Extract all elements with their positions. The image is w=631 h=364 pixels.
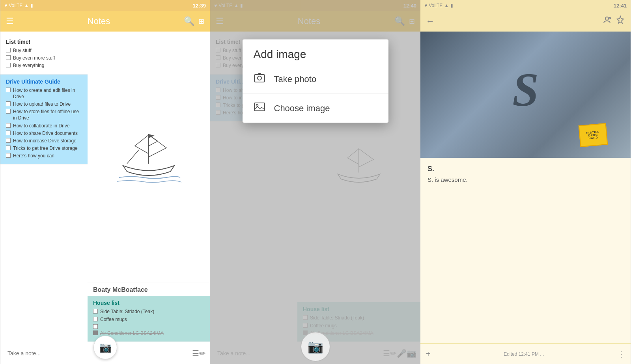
choose-image-option[interactable]: Choose image: [243, 94, 388, 123]
svg-line-1: [127, 150, 139, 164]
signal-icon-3: ▲: [444, 3, 449, 8]
screen2-overlay: Add image Take photo: [210, 0, 420, 364]
choose-image-label: Choose image: [274, 103, 330, 114]
drive-item-1: How to create and edit files in Drive: [6, 87, 82, 100]
wifi-icon-3: ♥: [424, 3, 427, 8]
signal-icon: ▲: [24, 3, 29, 8]
drive-item-4: How to collaborate in Drive: [6, 123, 82, 129]
drive-item-8: Here's how you can: [6, 153, 82, 159]
checklist-icon-1[interactable]: ☰: [192, 349, 199, 358]
boat-label: Boaty McBoatface: [88, 282, 210, 296]
checkbox-h2[interactable]: [93, 317, 98, 321]
drive-item-5: How to share Drive documents: [6, 130, 82, 136]
camera-icon-fab: 📷: [99, 342, 112, 354]
drive-item-7: Tricks to get free Drive storage: [6, 145, 82, 151]
drive-item-3: How to store files for offline use in Dr…: [6, 108, 82, 121]
pen-icon-1[interactable]: ✏: [199, 349, 206, 358]
house-list-title: House list: [93, 300, 204, 306]
status-time-1: 12:39: [193, 3, 206, 9]
photo-bg: S INSTILLDRUGHARD: [420, 32, 631, 158]
take-photo-label: Take photo: [274, 74, 317, 84]
drive-item-2: How to upload files to Drive: [6, 101, 82, 107]
svg-point-4: [258, 76, 261, 80]
house-list-note[interactable]: House list Side Table: Striado (Teak) Co…: [88, 296, 210, 342]
checkbox-d6[interactable]: [6, 138, 11, 143]
list-time-title: List time!: [6, 39, 82, 45]
app-bar-3: ← +: [420, 11, 631, 32]
list-item-1: Buy stuff: [6, 47, 82, 54]
status-bar-3: ♥ VoLTE ▲ ▮ 12:41: [420, 0, 631, 11]
more-icon-3[interactable]: ⋮: [617, 349, 625, 359]
notes-list-1: List time! Buy stuff Buy even more stuff…: [0, 32, 88, 342]
checkbox-d7[interactable]: [6, 146, 11, 150]
note-text-3[interactable]: S. is awesome.: [428, 176, 624, 183]
svg-rect-5: [254, 103, 265, 111]
list-item-2: Buy even more stuff: [6, 55, 82, 61]
volte-icon: VoLTE: [9, 3, 22, 8]
photo-area-3: S INSTILLDRUGHARD: [420, 32, 631, 158]
app-title-1: Notes: [18, 16, 180, 26]
pin-icon-3[interactable]: [616, 15, 625, 27]
phone-2: ♥ VoLTE ▲ ▮ 12:40 ☰ Notes 🔍 ⊞ List time!…: [210, 0, 420, 364]
camera-dialog-icon: [254, 72, 265, 86]
battery-icon-3: ▮: [450, 3, 453, 8]
house-item-2: Coffee mugs: [93, 316, 204, 323]
list-item-3: Buy everything: [6, 62, 82, 69]
checkbox-d4[interactable]: [6, 123, 11, 128]
drive-item-6: How to increase Drive storage: [6, 138, 82, 144]
take-photo-option[interactable]: Take photo: [243, 65, 388, 94]
photo-sticker: INSTILLDRUGHARD: [579, 123, 608, 147]
checkbox-1[interactable]: [6, 48, 11, 52]
drive-guide-note[interactable]: Drive Ultimate Guide How to create and e…: [0, 75, 88, 165]
battery-icon: ▮: [30, 3, 33, 8]
buy-everything-label: Buy everything: [13, 62, 44, 69]
svg-point-7: [605, 17, 609, 20]
phone-1: ♥ VoLTE ▲ ▮ 12:39 ☰ Notes 🔍 ⊞ List time!…: [0, 0, 210, 364]
note-title-3: S.: [428, 165, 624, 173]
checkbox-d8[interactable]: [6, 153, 11, 158]
drive-guide-title: Drive Ultimate Guide: [6, 78, 82, 85]
note-body-3: S. S. is awesome.: [420, 158, 631, 343]
collaborator-icon-3[interactable]: +: [602, 15, 612, 27]
timestamp-3: Edited 12:41 PM ...: [431, 351, 617, 357]
grid-icon-1[interactable]: ⊞: [198, 17, 204, 26]
checkbox-h3[interactable]: [93, 324, 98, 329]
camera-icon-2: 📷: [308, 339, 323, 354]
back-icon-3[interactable]: ←: [426, 16, 435, 26]
checkbox-d2[interactable]: [6, 101, 11, 106]
list-time-note[interactable]: List time! Buy stuff Buy even more stuff…: [0, 35, 88, 75]
svg-rect-3: [254, 75, 265, 82]
right-panel-1: Boaty McBoatface House list Side Table: …: [88, 32, 210, 342]
search-icon-1[interactable]: 🔍: [184, 16, 194, 26]
menu-icon-1[interactable]: ☰: [6, 16, 14, 26]
status-time-3: 12:41: [614, 3, 627, 9]
camera-fab-circle-2[interactable]: 📷: [301, 332, 330, 362]
checkbox-d3[interactable]: [6, 109, 11, 114]
checkbox-d5[interactable]: [6, 131, 11, 135]
status-bar-1: ♥ VoLTE ▲ ▮ 12:39: [0, 0, 210, 11]
checkbox-2[interactable]: [6, 55, 11, 60]
status-icons-1: ♥ VoLTE ▲ ▮: [4, 3, 33, 8]
checkbox-d1[interactable]: [6, 88, 11, 92]
house-item-3: [93, 324, 204, 329]
ship-image-area[interactable]: [88, 32, 210, 282]
app-bar-1: ☰ Notes 🔍 ⊞: [0, 11, 210, 32]
checkbox-h1[interactable]: [93, 309, 98, 314]
wifi-icon: ♥: [4, 3, 7, 8]
photo-letter: S: [512, 66, 539, 114]
phone-3: ♥ VoLTE ▲ ▮ 12:41 ← + S INSTILLDRUGH: [420, 0, 631, 364]
svg-text:+: +: [609, 17, 610, 20]
bottom-bar-1: ☰ ✏ 📷: [0, 342, 210, 364]
house-item-1: Side Table: Striado (Teak): [93, 308, 204, 315]
checkbox-h4[interactable]: [93, 330, 98, 335]
bottom-bar-3: + Edited 12:41 PM ... ⋮: [420, 343, 631, 364]
add-icon-3[interactable]: +: [426, 349, 431, 358]
ship-svg: [115, 126, 182, 187]
svg-point-6: [256, 105, 258, 106]
volte-icon-3: VoLTE: [429, 3, 442, 8]
add-image-dialog: Add image Take photo: [243, 39, 388, 123]
checkbox-3[interactable]: [6, 63, 11, 67]
status-icons-3: ♥ VoLTE ▲ ▮: [424, 3, 453, 8]
house-item-4: Air Conditioner LG BSA24IMA: [93, 330, 204, 336]
camera-fab-1[interactable]: 📷: [93, 336, 117, 359]
